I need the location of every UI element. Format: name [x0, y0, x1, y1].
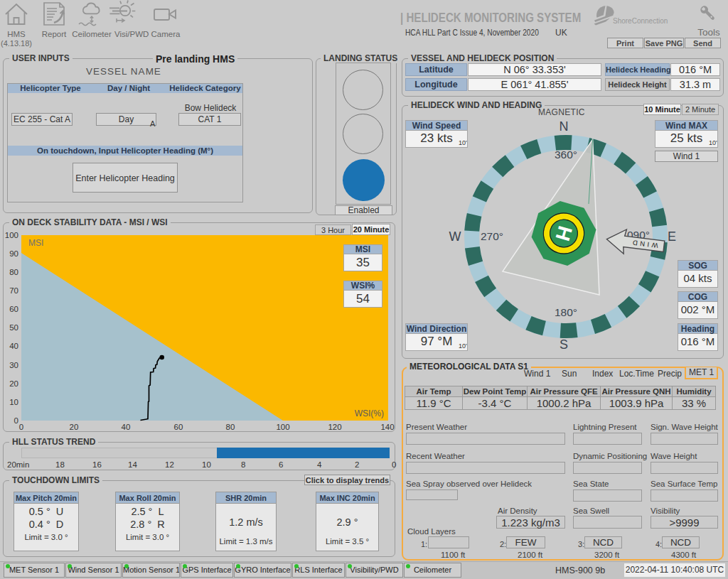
svg-text:MSI: MSI: [28, 238, 43, 248]
svg-text:270°: 270°: [481, 230, 503, 242]
svg-text:360°: 360°: [555, 148, 577, 161]
svg-text:70: 70: [9, 286, 18, 295]
svg-text:WSI(%): WSI(%): [355, 408, 384, 418]
svg-text:40: 40: [122, 423, 131, 431]
svg-text:ShoreConnection: ShoreConnection: [613, 17, 668, 25]
svg-text:0: 0: [19, 423, 23, 431]
svg-text:100: 100: [5, 231, 18, 239]
svg-text:180°: 180°: [555, 306, 577, 318]
svg-text:60: 60: [174, 423, 183, 431]
svg-text:W: W: [449, 229, 461, 244]
svg-text:50: 50: [9, 323, 18, 332]
svg-text:30: 30: [9, 361, 18, 369]
svg-text:20: 20: [70, 423, 79, 431]
svg-text:S: S: [560, 337, 568, 352]
svg-text:0: 0: [14, 416, 18, 425]
svg-text:40: 40: [9, 342, 18, 350]
svg-text:60: 60: [9, 305, 18, 313]
svg-text:100: 100: [276, 423, 289, 431]
svg-text:80: 80: [9, 268, 18, 276]
svg-text:80: 80: [226, 423, 235, 431]
svg-text:E: E: [668, 229, 676, 244]
svg-text:N: N: [560, 119, 569, 134]
svg-text:120: 120: [328, 423, 341, 431]
svg-text:90: 90: [9, 249, 18, 258]
svg-text:20: 20: [9, 379, 18, 388]
svg-text:10: 10: [9, 398, 18, 406]
svg-text:140: 140: [380, 423, 394, 431]
